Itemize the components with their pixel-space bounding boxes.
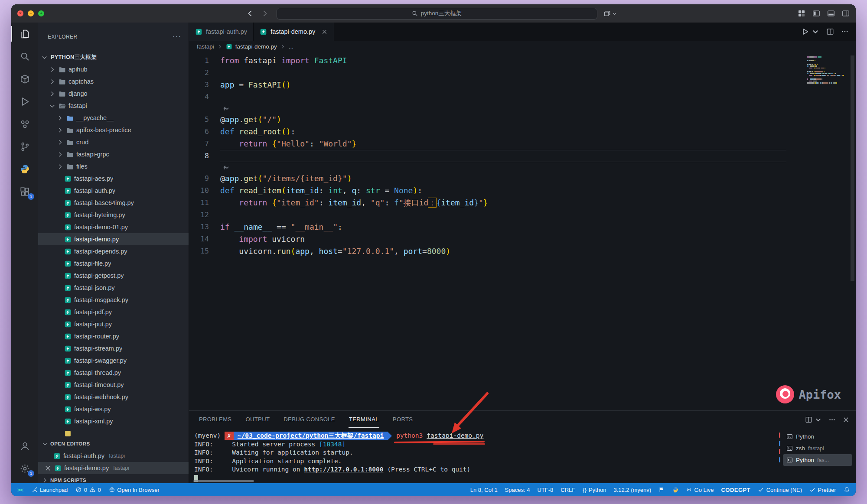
tree-item[interactable]: fastapi-getpost.py bbox=[38, 270, 189, 282]
panel-tab-output[interactable]: OUTPUT bbox=[245, 411, 270, 428]
tree-item[interactable]: fastapi-depends.py bbox=[38, 245, 189, 257]
tree-item[interactable]: files bbox=[38, 160, 189, 172]
tab-fastapi-auth[interactable]: fastapi-auth.py bbox=[189, 23, 254, 41]
editor-scrollbar[interactable] bbox=[851, 55, 854, 281]
tree-item[interactable]: fastapi-demo-01.py bbox=[38, 221, 189, 233]
tree-item[interactable]: fastapi-webhook.py bbox=[38, 391, 189, 403]
activity-item-account[interactable] bbox=[11, 435, 38, 457]
indentation[interactable]: Spaces: 4 bbox=[505, 487, 530, 493]
tree-item[interactable]: fastapi bbox=[38, 100, 189, 112]
split-terminal-icon[interactable] bbox=[805, 416, 812, 423]
language-mode[interactable]: {} Python bbox=[583, 487, 606, 493]
close-panel-icon[interactable] bbox=[842, 416, 850, 423]
tree-item[interactable]: fastapi-router.py bbox=[38, 330, 189, 342]
forward-icon[interactable] bbox=[261, 10, 269, 17]
panel-tab-debug-console[interactable]: DEBUG CONSOLE bbox=[283, 411, 336, 428]
toggle-sidebar-icon[interactable] bbox=[812, 10, 820, 17]
api-run-decoration[interactable] bbox=[189, 162, 856, 172]
tree-item[interactable]: fastapi-aes.py bbox=[38, 172, 189, 185]
window-layout-menu[interactable] bbox=[603, 10, 617, 17]
tree-item[interactable]: fastapi-ws.py bbox=[38, 403, 189, 415]
codegpt-button[interactable]: CODEGPT bbox=[721, 487, 750, 493]
eol-sequence[interactable]: CRLF bbox=[561, 487, 575, 493]
activity-item-run-debug[interactable] bbox=[11, 90, 38, 113]
terminal-list-item[interactable]: Pythonfas... bbox=[783, 454, 852, 466]
breadcrumb-symbol[interactable]: ... bbox=[289, 43, 293, 50]
problems-indicator[interactable]: 0 0 bbox=[75, 487, 101, 493]
api-run-decoration[interactable] bbox=[189, 103, 856, 114]
activity-item-circles[interactable] bbox=[11, 113, 38, 135]
continue-button[interactable]: Continue (NE) bbox=[758, 487, 802, 493]
flag-indicator[interactable] bbox=[658, 487, 665, 493]
panel-more-icon[interactable] bbox=[828, 416, 836, 423]
run-python-file-button[interactable] bbox=[801, 28, 809, 36]
minimize-window-button[interactable]: − bbox=[28, 10, 34, 16]
panel-tab-ports[interactable]: PORTS bbox=[392, 411, 414, 428]
tree-item[interactable]: fastapi-auth.py bbox=[38, 185, 189, 197]
more-actions-icon[interactable] bbox=[841, 28, 849, 36]
activity-item-python[interactable] bbox=[11, 158, 38, 180]
breadcrumb-folder[interactable]: fastapi bbox=[197, 43, 214, 50]
tree-item[interactable]: fastapi-pdf.py bbox=[38, 306, 189, 318]
tree-item[interactable]: crud bbox=[38, 136, 189, 148]
chevron-down-icon[interactable] bbox=[815, 416, 822, 423]
python-ext-indicator[interactable] bbox=[672, 487, 679, 493]
close-tab-icon[interactable] bbox=[321, 29, 328, 35]
command-center-search[interactable]: python三大框架 bbox=[277, 8, 597, 20]
tree-item[interactable]: fastapi-timeout.py bbox=[38, 379, 189, 391]
tree-item[interactable]: __pycache__ bbox=[38, 112, 189, 124]
python-interpreter[interactable]: 3.12.2 (myenv) bbox=[613, 487, 651, 493]
tree-item[interactable]: fastapi-base64img.py bbox=[38, 197, 189, 209]
tree-item[interactable]: django bbox=[38, 88, 189, 100]
sidebar-more-actions[interactable]: ··· bbox=[173, 33, 182, 40]
tree-item[interactable]: fastapi-file.py bbox=[38, 257, 189, 270]
activity-item-extensions[interactable]: 1 bbox=[11, 180, 38, 203]
toggle-panel-icon[interactable] bbox=[827, 10, 835, 17]
customize-layout-icon[interactable] bbox=[798, 10, 805, 17]
launchpad-button[interactable]: Launchpad bbox=[32, 487, 68, 493]
terminal-list-item[interactable]: Python bbox=[783, 431, 852, 442]
minimap[interactable] bbox=[807, 56, 849, 84]
toggle-secondary-sidebar-icon[interactable] bbox=[842, 10, 850, 17]
prettier-button[interactable]: Prettier bbox=[809, 487, 836, 493]
chevron-down-icon[interactable] bbox=[812, 28, 819, 36]
encoding[interactable]: UTF-8 bbox=[537, 487, 553, 493]
tab-fastapi-demo[interactable]: fastapi-demo.py bbox=[254, 23, 334, 41]
tree-item[interactable]: fastapi-grpc bbox=[38, 148, 189, 160]
open-in-browser-button[interactable]: Open In Browser bbox=[109, 487, 160, 493]
activity-item-settings[interactable]: 1 bbox=[11, 457, 38, 480]
code-editor[interactable]: 1from fastapi import FastAPI23app = Fast… bbox=[189, 52, 856, 410]
tree-item[interactable]: fastapi-byteimg.py bbox=[38, 209, 189, 221]
tree-item[interactable]: fastapi-xml.py bbox=[38, 415, 189, 427]
terminal[interactable]: (myenv) ✗ ~/03_code-project/python三大框架/f… bbox=[189, 428, 777, 483]
go-live-button[interactable]: Go Live bbox=[686, 487, 714, 493]
open-editor-item-active[interactable]: fastapi-demo.py fastapi bbox=[38, 462, 189, 474]
tree-item[interactable]: fastapi-swagger.py bbox=[38, 354, 189, 367]
tree-item[interactable]: apifox-best-practice bbox=[38, 124, 189, 136]
cursor-position[interactable]: Ln 8, Col 1 bbox=[470, 487, 498, 493]
tree-item[interactable]: fastapi-msgpack.py bbox=[38, 294, 189, 306]
activity-item-explorer[interactable] bbox=[11, 23, 38, 45]
tree-item[interactable]: captchas bbox=[38, 75, 189, 88]
close-icon[interactable] bbox=[44, 465, 52, 472]
tree-item[interactable]: fastapi-stream.py bbox=[38, 342, 189, 354]
remote-indicator[interactable]: >< bbox=[17, 487, 24, 493]
breadcrumb-file[interactable]: fastapi-demo.py bbox=[235, 43, 277, 50]
activity-item-package[interactable] bbox=[11, 68, 38, 90]
terminal-list-item[interactable]: zshfastapi bbox=[783, 442, 852, 454]
zoom-window-button[interactable]: + bbox=[38, 10, 44, 16]
back-icon[interactable] bbox=[246, 10, 254, 17]
tree-item[interactable]: apihub bbox=[38, 63, 189, 75]
panel-tab-problems[interactable]: PROBLEMS bbox=[199, 411, 232, 428]
tree-item[interactable]: fastapi-demo.py bbox=[38, 233, 189, 245]
tree-item[interactable]: fastapi-thread.py bbox=[38, 367, 189, 379]
terminal-scrollbar[interactable] bbox=[193, 480, 254, 482]
activity-item-source-control[interactable] bbox=[11, 135, 38, 158]
activity-item-search[interactable] bbox=[11, 45, 38, 68]
tree-item[interactable]: fastapi-json.py bbox=[38, 282, 189, 294]
notifications-button[interactable] bbox=[844, 487, 850, 493]
open-editors-header[interactable]: OPEN EDITORS bbox=[38, 438, 189, 450]
panel-tab-terminal[interactable]: TERMINAL bbox=[349, 411, 379, 428]
close-window-button[interactable]: × bbox=[17, 10, 23, 16]
open-editor-item[interactable]: fastapi-auth.py fastapi bbox=[38, 450, 189, 462]
